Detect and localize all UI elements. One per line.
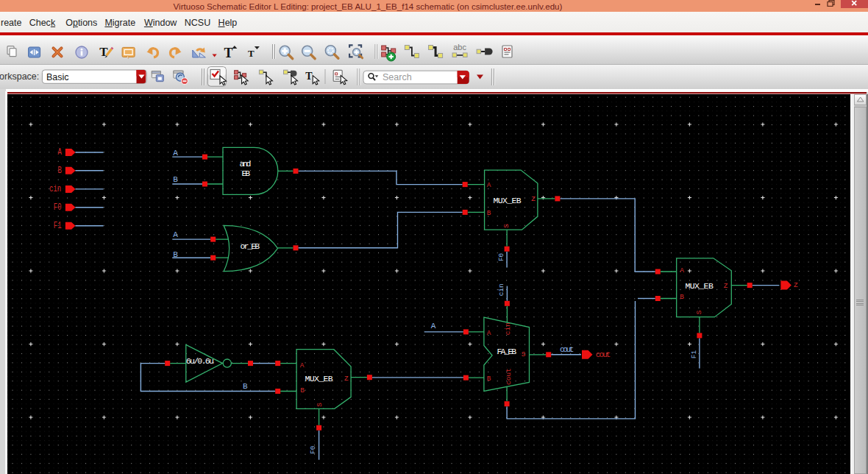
svg-text:A: A [680,266,684,275]
svg-text:Z: Z [723,281,728,289]
svg-text:S: S [502,223,511,227]
svg-text:B: B [486,208,491,216]
svg-text:A: A [486,181,491,189]
svg-text:B: B [486,374,491,382]
svg-text:B: B [173,174,178,183]
svg-text:B: B [173,250,178,258]
svg-text:F0: F0 [308,445,316,454]
svg-text:A: A [299,361,304,369]
svg-text:MUX_EB: MUX_EB [685,281,713,291]
svg-text:F0: F0 [53,202,61,213]
svg-text:cout: cout [595,350,611,358]
svg-text:cout: cout [560,345,574,354]
svg-text:B: B [680,293,684,301]
svg-text:F1: F1 [53,221,61,231]
svg-text:T: T [224,46,232,60]
svg-text:B: B [57,166,61,176]
svg-text:abc: abc [453,43,466,52]
svg-text:B: B [300,386,305,394]
svg-text:T: T [99,45,108,59]
svg-text:Z: Z [531,195,536,203]
svg-text:MUX_EB: MUX_EB [493,196,521,205]
svg-text:FA_EB: FA_EB [497,347,516,356]
svg-text:T: T [305,71,313,82]
svg-text:Search: Search [383,72,412,82]
svg-text:S: S [521,350,525,358]
svg-text:Workspace:: Workspace: [0,71,39,82]
svg-text:F1: F1 [689,350,697,358]
svg-text:B: B [242,382,247,391]
svg-text:EB: EB [241,169,250,178]
svg-text:cout: cout [504,368,512,385]
svg-text:A: A [57,147,62,158]
svg-text:T: T [248,48,255,59]
svg-text:cin: cin [497,283,505,296]
svg-text:Z: Z [344,374,348,382]
svg-text:A: A [173,230,178,239]
svg-text:cin: cin [503,322,511,335]
svg-text:MUX_EB: MUX_EB [305,373,332,383]
svg-text:F0: F0 [497,252,505,261]
svg-text:A: A [430,321,435,330]
svg-text:A: A [173,148,178,157]
svg-text:A: A [486,328,491,336]
svg-text:and: and [239,159,251,169]
svg-text:Basic: Basic [46,72,69,82]
svg-text:cin: cin [49,184,61,194]
svg-text:or_EB: or_EB [240,241,260,251]
svg-text:S: S [695,310,703,314]
svg-text:S: S [315,402,323,406]
svg-text:Z: Z [793,280,797,289]
svg-text:6u/0.6u: 6u/0.6u [185,356,213,365]
